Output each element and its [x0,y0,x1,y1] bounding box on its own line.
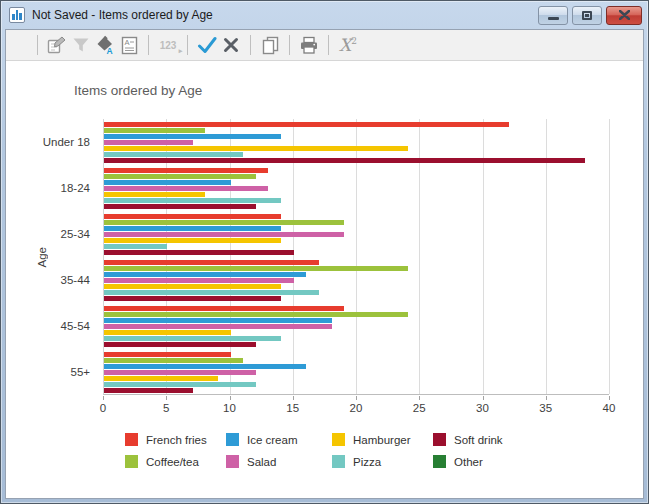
x-tick-mark [609,396,610,400]
bar-group [104,119,609,165]
bar[interactable] [104,158,585,163]
y-axis-category-label: Under 18 [6,119,90,165]
bar[interactable] [104,260,319,265]
filter-button[interactable] [69,34,93,56]
decimal-places-button[interactable]: 123▸ [156,34,180,56]
maximize-button[interactable] [572,6,602,25]
legend-entry[interactable]: French fries [125,433,226,446]
close-button[interactable] [606,6,642,25]
x-tick-label: 15 [278,402,308,414]
bar[interactable] [104,388,193,393]
edit-annotation-icon [47,35,67,55]
bar[interactable] [104,226,281,231]
decimal-places-icon: 123▸ [160,40,177,51]
bar[interactable] [104,284,281,289]
cancel-x-icon [223,37,239,53]
filter-icon [72,36,90,54]
edit-annotation-button[interactable] [45,34,69,56]
cancel-button[interactable] [219,34,243,56]
bar[interactable] [104,330,231,335]
plot-area [103,119,609,395]
bar[interactable] [104,352,231,357]
bar[interactable] [104,358,243,363]
chart-title: Items ordered by Age [74,83,202,98]
legend-swatch [433,455,446,468]
bar-group [104,303,609,349]
print-button[interactable] [297,34,321,56]
legend-entry[interactable]: Hamburger [332,433,433,446]
bar[interactable] [104,250,294,255]
legend-entry[interactable]: Soft drink [433,433,528,446]
bar[interactable] [104,342,256,347]
confirm-check-icon [197,36,217,54]
bar[interactable] [104,370,256,375]
bar[interactable] [104,232,344,237]
legend-entry[interactable]: Salad [226,455,332,468]
y-axis-category-label: 25-34 [6,211,90,257]
legend-entry[interactable]: Coffee/tea [125,455,226,468]
text-report-button[interactable]: A [117,34,141,56]
toolbar-separator [289,35,290,55]
fill-color-button[interactable]: A [93,34,117,56]
bar[interactable] [104,146,408,151]
bar[interactable] [104,364,306,369]
bar[interactable] [104,382,256,387]
legend-swatch [125,433,138,446]
bar[interactable] [104,152,243,157]
x-tick-label: 35 [531,402,561,414]
bar[interactable] [104,278,294,283]
bar[interactable] [104,214,281,219]
chi-squared-icon: X2 [339,37,357,54]
bar-group [104,165,609,211]
bar[interactable] [104,318,332,323]
x-tick-mark [356,396,357,400]
text-report-icon: A [120,36,139,55]
x-tick-label: 0 [88,402,118,414]
legend-entry[interactable]: Ice cream [226,433,332,446]
chi-squared-button[interactable]: X2 [336,34,360,56]
bar[interactable] [104,312,408,317]
bar[interactable] [104,134,281,139]
legend-entry[interactable]: Pizza [332,455,433,468]
bar[interactable] [104,290,319,295]
bar[interactable] [104,266,408,271]
legend-entry[interactable]: Other [433,455,528,468]
legend-label: French fries [146,434,207,446]
bar[interactable] [104,122,509,127]
legend-swatch [226,455,239,468]
bar-group [104,211,609,257]
copy-button[interactable] [258,34,282,56]
bar[interactable] [104,186,268,191]
bar[interactable] [104,272,306,277]
confirm-button[interactable] [195,34,219,56]
bar[interactable] [104,336,281,341]
bar[interactable] [104,376,218,381]
svg-text:A: A [107,46,113,55]
legend-swatch [226,433,239,446]
legend-label: Ice cream [247,434,298,446]
x-tick-label: 5 [151,402,181,414]
bar[interactable] [104,244,167,249]
bar[interactable] [104,140,193,145]
bar[interactable] [104,192,205,197]
bar[interactable] [104,220,344,225]
bar[interactable] [104,306,344,311]
x-axis: 0510152025303540 [103,396,609,418]
bar[interactable] [104,296,281,301]
bar[interactable] [104,198,281,203]
minimize-button[interactable] [538,6,568,25]
legend-label: Pizza [353,456,381,468]
bar[interactable] [104,174,256,179]
x-tick-label: 10 [215,402,245,414]
bar[interactable] [104,238,281,243]
bar[interactable] [104,180,231,185]
y-axis-labels: Under 1818-2425-3435-4445-5455+ [6,119,96,395]
bar[interactable] [104,324,332,329]
titlebar[interactable]: Not Saved - Items ordered by Age [1,1,648,29]
bar[interactable] [104,128,205,133]
icon-bar [12,14,15,20]
bar[interactable] [104,204,256,209]
bar[interactable] [104,168,268,173]
x-tick-mark [103,396,104,400]
x-tick-label: 20 [341,402,371,414]
